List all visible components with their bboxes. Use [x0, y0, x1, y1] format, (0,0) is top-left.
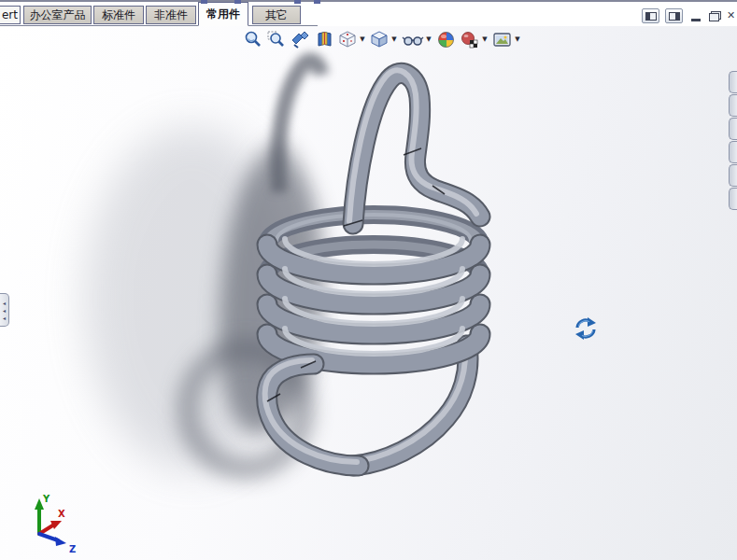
- minimize-icon: [691, 19, 701, 21]
- display-style-icon: [370, 30, 390, 49]
- edit-appearance-button[interactable]: ▼: [458, 27, 490, 51]
- close-button[interactable]: ✕: [727, 10, 734, 21]
- triad-y-label: Y: [42, 494, 50, 504]
- view-settings-icon: [492, 30, 513, 49]
- display-style-button[interactable]: ▼: [368, 27, 400, 51]
- taskpane-tab-3[interactable]: [729, 118, 737, 140]
- orientation-triad: Y X Z: [24, 491, 84, 554]
- zoom-to-selection-button[interactable]: [288, 27, 313, 51]
- minimize-button[interactable]: [688, 10, 703, 21]
- zoom-to-fit-button[interactable]: [241, 27, 264, 51]
- rotate-view-icon: [572, 315, 600, 343]
- tab-row-baseline: [0, 25, 318, 26]
- dock-panel-right-button[interactable]: [665, 8, 683, 23]
- tab-label: 办公室产品: [30, 7, 86, 23]
- triad-x-label: X: [58, 509, 65, 519]
- tab-label: ert: [2, 8, 18, 21]
- view-orientation-icon: [338, 30, 358, 49]
- dropdown-caret-icon[interactable]: ▼: [481, 35, 489, 43]
- tab-label: 标准件: [102, 7, 135, 23]
- section-view-icon: [315, 30, 334, 49]
- heads-up-view-toolbar: ▼ ▼ ▼: [241, 27, 523, 51]
- chevron-left-icon: ◂: [3, 315, 6, 321]
- cutoff-toolbar-mark: [294, 0, 301, 4]
- tab-office-products[interactable]: 办公室产品: [23, 6, 92, 24]
- tab-nonstandard-parts[interactable]: 非准件: [146, 6, 196, 24]
- tab-label: 其它: [265, 7, 288, 23]
- window-controls: ✕: [642, 8, 734, 23]
- taskpane-tab-1[interactable]: [729, 71, 737, 93]
- zoom-to-area-icon: [266, 30, 286, 49]
- tab-others[interactable]: 其它: [252, 6, 301, 24]
- top-arch-tube: [349, 70, 480, 224]
- panel-right-icon: [669, 12, 680, 21]
- tab-standard-parts[interactable]: 标准件: [93, 6, 144, 24]
- view-orientation-button[interactable]: ▼: [336, 27, 368, 51]
- tab-label: 常用件: [206, 7, 240, 22]
- hide-show-items-button[interactable]: ▼: [400, 27, 434, 51]
- tab-common-parts[interactable]: 常用件: [198, 2, 248, 26]
- cutoff-toolbar-mark: [314, 0, 320, 4]
- coil-spring-model: [0, 26, 737, 560]
- section-view-button[interactable]: [313, 27, 336, 51]
- coil-turns-front: [267, 239, 480, 364]
- chevron-left-icon: ◂: [3, 307, 6, 314]
- taskpane-tab-5[interactable]: [729, 164, 737, 187]
- restore-button[interactable]: [709, 11, 721, 21]
- view-settings-button[interactable]: ▼: [490, 27, 523, 51]
- taskpane-tab-2[interactable]: [729, 94, 737, 117]
- taskpane-tab-6[interactable]: [729, 188, 737, 210]
- panel-left-icon: [645, 12, 657, 21]
- scene-sphere-icon: [436, 30, 456, 49]
- eyeglasses-icon: [402, 30, 424, 49]
- dropdown-caret-icon[interactable]: ▼: [425, 35, 432, 43]
- feature-tree-collapse-handle[interactable]: ◂ ◂ ◂: [0, 293, 9, 327]
- restore-icon: [709, 11, 721, 21]
- taskpane-tab-4[interactable]: [729, 141, 737, 163]
- window-top-edge: [0, 0, 737, 2]
- cutoff-toolbar-mark: [234, 0, 241, 4]
- appearance-icon: [460, 30, 480, 49]
- library-tab-bar: ert 办公室产品 标准件 非准件 常用件 其它: [0, 0, 737, 26]
- dropdown-caret-icon[interactable]: ▼: [514, 35, 521, 43]
- zoom-to-fit-icon: [243, 30, 262, 49]
- zoom-to-area-button[interactable]: [264, 27, 288, 51]
- dock-panel-left-button[interactable]: [642, 8, 659, 23]
- dropdown-caret-icon[interactable]: ▼: [390, 35, 398, 43]
- dropdown-caret-icon[interactable]: ▼: [359, 35, 366, 43]
- apply-scene-button[interactable]: [434, 27, 458, 51]
- triad-z-label: Z: [69, 544, 76, 554]
- tab-label: 非准件: [154, 7, 188, 23]
- chevron-left-icon: ◂: [3, 300, 6, 306]
- zoom-to-selection-icon: [290, 30, 311, 49]
- tab-ert[interactable]: ert: [0, 6, 21, 24]
- graphics-viewport[interactable]: Y X Z ◂ ◂ ◂: [0, 26, 737, 560]
- cutoff-toolbar-mark: [201, 0, 207, 4]
- solidworks-window: ert 办公室产品 标准件 非准件 常用件 其它: [0, 0, 737, 560]
